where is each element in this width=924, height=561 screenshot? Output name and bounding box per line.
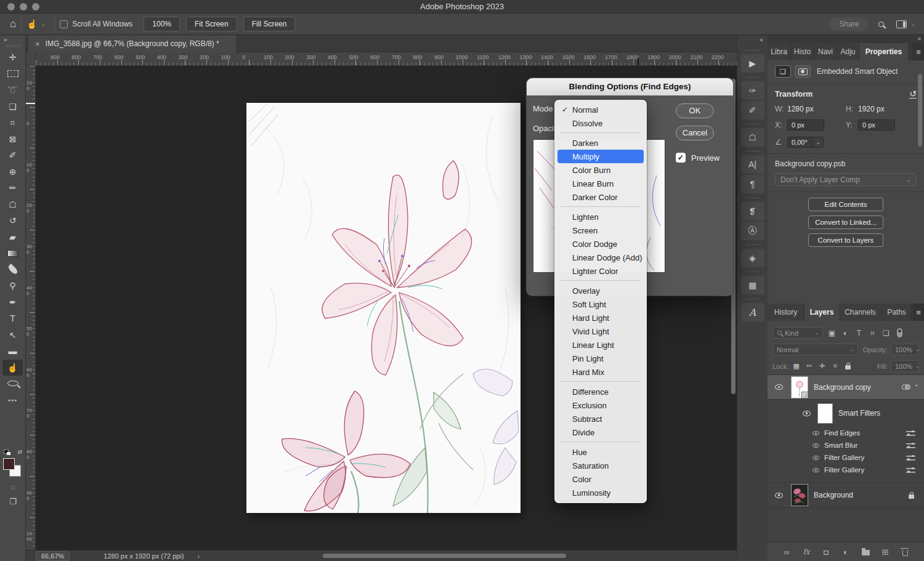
blend-mode-option[interactable]: ✓ Saturation (554, 459, 647, 472)
path-select-tool[interactable]: ↖ (0, 327, 25, 344)
history-brush-tool[interactable]: ↺ (0, 212, 25, 229)
panel-tab[interactable]: Paths (882, 304, 912, 321)
blend-mode-option[interactable]: ✓ Vivid Light (554, 325, 647, 338)
search-icon[interactable] (878, 22, 884, 27)
fit-screen-button[interactable]: Fit Screen (186, 17, 237, 31)
blend-mode-option[interactable]: ✓ Lighten (554, 210, 647, 224)
blend-mode-option[interactable]: ✓ Color (554, 472, 647, 486)
panel-tab[interactable]: Channels (839, 304, 882, 321)
filter-toggle-icon[interactable] (896, 328, 904, 337)
filter-kind-select[interactable]: Kind ⌄ (772, 327, 823, 339)
visibility-icon[interactable] (803, 411, 811, 416)
fill-screen-button[interactable]: Fill Screen (243, 17, 296, 31)
blend-mode-option[interactable]: ✓ Hue (554, 445, 647, 459)
foreground-color-swatch[interactable] (3, 458, 15, 470)
blend-mode-option[interactable]: ✓ Linear Light (554, 338, 647, 352)
clone-stamp-tool[interactable]: ☖ (0, 196, 25, 213)
smart-filter-row[interactable]: Filter Gallery (768, 451, 924, 464)
swap-colors-icon[interactable]: ⇄ (17, 449, 22, 455)
more-tools[interactable]: ●●● (0, 392, 25, 408)
zoom-100-button[interactable]: 100% (144, 17, 180, 31)
blend-mode-option[interactable]: ✓ Color Burn (554, 163, 647, 177)
visibility-icon[interactable] (775, 493, 783, 498)
workspace-icon[interactable] (896, 20, 907, 28)
character-styles-icon[interactable]: Ⓐ (741, 222, 764, 240)
panel-tab[interactable]: Properties (859, 43, 908, 60)
blend-mode-option[interactable]: ✓ Multiply (557, 150, 644, 163)
blend-mode-option[interactable]: ✓ Lighter Color (554, 264, 647, 278)
lock-pixels-icon[interactable]: ✏ (805, 362, 813, 370)
cancel-button[interactable]: Cancel (676, 126, 714, 140)
marquee-tool[interactable] (0, 66, 25, 83)
blend-mode-option[interactable]: ✓ Color Dodge (554, 237, 647, 251)
mask-properties-icon[interactable] (795, 65, 811, 78)
pen-tool[interactable]: ✒ (0, 294, 25, 311)
blend-mode-option[interactable]: ✓ Darken (554, 136, 647, 150)
brush-settings-icon[interactable]: ✑ (741, 81, 764, 100)
opacity-select[interactable]: 100% ⌄ (891, 344, 919, 355)
dodge-tool[interactable]: ⚲ (0, 278, 25, 294)
panel-tab[interactable]: History (768, 304, 804, 321)
shape-tool[interactable]: ▬ (0, 343, 25, 360)
angle-field[interactable]: 0,00° (787, 137, 813, 148)
smart-filter-row[interactable]: Filter Gallery (768, 464, 924, 476)
close-tab-icon[interactable]: × (28, 39, 46, 49)
blend-mode-option[interactable]: ✓ Hard Mix (554, 365, 647, 379)
panel-tab[interactable]: Layers (804, 304, 839, 321)
lock-all-icon[interactable] (844, 363, 852, 369)
edit-contents-button[interactable]: Edit Contents (808, 198, 883, 211)
lock-transparent-icon[interactable]: ▦ (792, 362, 800, 370)
filter-smart-objects-icon[interactable]: ❏ (882, 329, 890, 337)
workspace-chevron-icon[interactable]: ⌄ (910, 21, 915, 27)
collapse-filters-icon[interactable]: ⌃ (910, 384, 924, 390)
frame-tool[interactable]: ⊠ (0, 131, 25, 148)
add-mask-icon[interactable]: ◘ (822, 547, 831, 557)
layer-name[interactable]: Background copy (814, 383, 871, 392)
blend-mode-option[interactable]: ✓ Soft Light (554, 297, 647, 311)
toolbar-grip[interactable] (5, 44, 20, 48)
blend-mode-option[interactable]: ✓ Overlay (554, 284, 647, 297)
visibility-icon[interactable] (813, 430, 819, 435)
layer-row-background-copy[interactable]: ❏ Background copy ⌃ (768, 375, 924, 400)
layer-thumbnail[interactable]: ❏ (791, 376, 808, 398)
brushes-icon[interactable]: ✐ (741, 101, 764, 119)
horizontal-ruler[interactable]: 00 900 800 700 600 500 400 300 200 100 0… (36, 52, 737, 66)
panel-tab[interactable]: Histo (791, 43, 814, 60)
visibility-icon[interactable] (813, 455, 819, 459)
visibility-icon[interactable] (813, 443, 819, 447)
actions-icon[interactable]: ▶ (741, 54, 764, 73)
smart-object-badge-icon[interactable]: ❏ (775, 65, 791, 78)
paragraph-styles-icon[interactable]: ❡ (741, 202, 764, 220)
filter-shape-layers-icon[interactable]: ⌗ (869, 329, 877, 337)
adjustment-layer-icon[interactable]: ◐ (841, 547, 851, 557)
smart-filter-row[interactable]: Find Edges (768, 427, 924, 439)
home-icon[interactable]: ⌂ (10, 18, 16, 30)
crop-tool[interactable]: ⌗ (0, 115, 25, 131)
tool-preset-chevron-icon[interactable]: ⌄ (41, 21, 46, 27)
zoom-tool[interactable] (0, 376, 25, 392)
filter-blending-options-icon[interactable] (906, 454, 915, 461)
dock-collapse-icon[interactable]: « (737, 35, 768, 46)
new-layer-icon[interactable]: ⊞ (881, 547, 890, 557)
reset-transform-icon[interactable]: ↺ (909, 89, 917, 99)
y-field[interactable]: 0 px (858, 119, 895, 131)
blend-mode-option[interactable]: ✓ Difference (554, 385, 647, 398)
layer-comp-select[interactable]: Don't Apply Layer Comp ⌄ (775, 173, 917, 186)
eraser-tool[interactable]: ▰ (0, 229, 25, 246)
filter-pixel-layers-icon[interactable]: ▣ (828, 329, 836, 337)
healing-brush-tool[interactable]: ⊕ (0, 164, 25, 180)
filter-type-layers-icon[interactable]: T (855, 329, 863, 337)
layer-blend-mode-select[interactable]: Normal ⌄ (772, 344, 858, 355)
move-tool[interactable]: ✛ (0, 49, 25, 66)
angle-chevron-icon[interactable]: ⌄ (813, 137, 824, 148)
panel-tab[interactable]: Libra (768, 43, 791, 60)
delete-layer-icon[interactable] (901, 547, 910, 556)
lock-position-icon[interactable]: ✛ (818, 362, 826, 370)
blend-mode-option[interactable]: ✓ Hard Light (554, 311, 647, 325)
new-group-icon[interactable] (861, 548, 870, 555)
blend-mode-option[interactable]: ✓ Linear Dodge (Add) (554, 251, 647, 264)
visibility-icon[interactable] (775, 384, 783, 390)
type-tool[interactable]: T (0, 310, 25, 327)
blend-mode-option[interactable]: ✓ Divide (554, 426, 647, 439)
dialog-title[interactable]: Blending Options (Find Edges) (527, 78, 733, 95)
